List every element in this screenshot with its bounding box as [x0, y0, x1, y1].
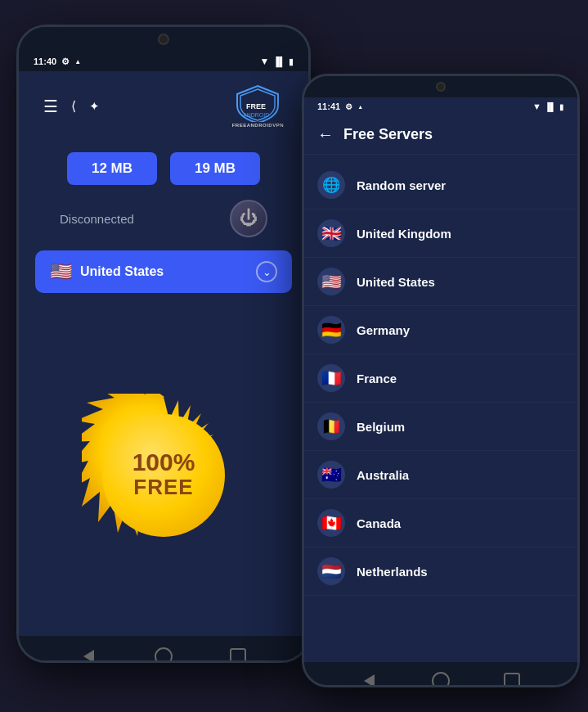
right-status-bar: 11:41 ⚙ ▲ ▼ ▐▌ ▮ [304, 97, 577, 115]
server-name: Belgium [357, 420, 405, 434]
disconnect-text: Disconnected [60, 212, 134, 226]
server-name: United Kingdom [357, 227, 451, 241]
server-list-item[interactable]: 🇩🇪 Germany [304, 306, 577, 354]
server-list-header: ← Free Servers [304, 115, 577, 155]
server-name: Canada [357, 516, 401, 530]
country-selector[interactable]: 🇺🇸 United States ⌄ [35, 250, 292, 293]
badge-100: 100% [132, 450, 195, 475]
badge-free: FREE [133, 475, 193, 500]
server-list-item[interactable]: 🇧🇪 Belgium [304, 403, 577, 451]
right-settings-icon: ⚙ [345, 102, 352, 111]
back-button[interactable]: ← [317, 125, 334, 144]
flag-icon: 🇬🇧 [317, 219, 345, 247]
chevron-down-icon[interactable]: ⌄ [256, 261, 277, 282]
right-time-display: 11:41 [317, 101, 340, 111]
right-phone: 11:41 ⚙ ▲ ▼ ▐▌ ▮ ← Free Servers 🌐 Random… [302, 74, 580, 687]
right-back-icon [364, 674, 375, 687]
svg-text:FREE: FREE [246, 102, 266, 110]
status-time: 11:40 ⚙ ▲ [34, 56, 81, 67]
home-circle-icon [155, 647, 173, 663]
left-status-bar: 11:40 ⚙ ▲ ▼ ▐▌ ▮ [19, 52, 308, 71]
right-home-icon [432, 672, 450, 687]
toolbar-left-icons: ☰ ⟨ ✦ [43, 97, 100, 116]
brand-name: FREEANDROIDVPN [232, 123, 284, 128]
server-list-title: Free Servers [343, 126, 433, 143]
settings-icon: ⚙ [61, 56, 70, 67]
server-list: 🌐 Random server 🇬🇧 United Kingdom 🇺🇸 Uni… [304, 155, 577, 662]
connection-status-row: Disconnected ⏻ [35, 193, 292, 250]
server-name: Netherlands [357, 565, 428, 579]
wifi-icon: ▼ [260, 56, 270, 67]
right-signal-icon: ▐▌ [545, 102, 556, 111]
left-notch [19, 27, 308, 52]
right-back-nav-button[interactable] [359, 670, 380, 687]
right-recent-icon [504, 673, 520, 687]
server-list-item[interactable]: 🇦🇺 Australia [304, 451, 577, 499]
upload-value: 19 MB [195, 160, 236, 176]
time-display: 11:40 [34, 56, 56, 66]
star-icon[interactable]: ✦ [89, 99, 100, 114]
server-list-item[interactable]: 🇫🇷 France [304, 354, 577, 403]
right-dot-indicator: ▲ [357, 104, 363, 110]
signal-icon: ▐▌ [272, 56, 285, 66]
server-name: Australia [357, 468, 409, 482]
flag-icon: 🇨🇦 [317, 509, 345, 537]
server-name: United States [357, 275, 435, 289]
sun-inner: 100% FREE [102, 414, 225, 537]
flag-icon: 🇩🇪 [317, 316, 345, 344]
right-home-nav-button[interactable] [430, 670, 451, 687]
recent-nav-button[interactable] [227, 646, 249, 663]
back-nav-button[interactable] [79, 646, 100, 663]
upload-badge: 19 MB [170, 152, 260, 185]
right-app-screen: ← Free Servers 🌐 Random server 🇬🇧 United… [304, 115, 577, 662]
home-nav-button[interactable] [153, 646, 174, 663]
power-button[interactable]: ⏻ [230, 200, 267, 237]
logo-area: FREE ANDROID FREEANDROIDVPN [232, 84, 284, 128]
left-app-screen: ☰ ⟨ ✦ FREE ANDROID FREEANDROIDVPN [19, 71, 308, 636]
country-left: 🇺🇸 United States [50, 261, 164, 282]
flag-icon: 🇫🇷 [317, 364, 345, 392]
dot-indicator: ▲ [74, 58, 81, 65]
flag-icon: 🇳🇱 [317, 557, 345, 585]
camera [158, 34, 169, 45]
right-status-icons: ▼ ▐▌ ▮ [532, 101, 564, 111]
right-battery-icon: ▮ [559, 102, 564, 111]
menu-icon[interactable]: ☰ [43, 97, 58, 116]
download-value: 12 MB [92, 160, 132, 176]
right-camera [436, 82, 446, 92]
right-notch [304, 76, 577, 97]
right-home-bar [304, 662, 577, 687]
server-list-item[interactable]: 🇨🇦 Canada [304, 499, 577, 548]
right-recent-nav-button[interactable] [501, 670, 523, 687]
logo-text: FREEANDROIDVPN [232, 122, 284, 128]
free-badge-container: 100% FREE [82, 314, 245, 636]
server-name: Random server [357, 178, 446, 192]
free-badge: 100% FREE [82, 394, 245, 557]
recent-square-icon [230, 648, 246, 663]
phone-container: 11:40 ⚙ ▲ ▼ ▐▌ ▮ ☰ ⟨ ✦ [0, 0, 588, 712]
logo-shield: FREE ANDROID [234, 84, 281, 122]
left-home-bar [19, 636, 308, 663]
server-name: France [357, 372, 397, 385]
svg-text:ANDROID: ANDROID [243, 112, 269, 118]
share-icon[interactable]: ⟨ [71, 98, 76, 114]
app-toolbar: ☰ ⟨ ✦ FREE ANDROID FREEANDROIDVPN [35, 71, 292, 136]
battery-icon: ▮ [289, 56, 294, 67]
download-badge: 12 MB [67, 152, 157, 185]
server-list-item[interactable]: 🌐 Random server [304, 161, 577, 210]
data-stats-row: 12 MB 19 MB [35, 152, 292, 185]
flag-icon: 🇧🇪 [317, 412, 345, 440]
flag-icon: 🇺🇸 [317, 268, 345, 295]
left-phone: 11:40 ⚙ ▲ ▼ ▐▌ ▮ ☰ ⟨ ✦ [16, 25, 311, 663]
back-triangle-icon [83, 650, 94, 663]
globe-icon: 🌐 [317, 171, 345, 199]
country-name-label: United States [80, 264, 164, 279]
server-list-item[interactable]: 🇬🇧 United Kingdom [304, 210, 577, 258]
right-status-time: 11:41 ⚙ ▲ [317, 101, 363, 111]
power-icon: ⏻ [240, 208, 258, 229]
flag-icon: 🇦🇺 [317, 461, 345, 489]
server-list-item[interactable]: 🇳🇱 Netherlands [304, 548, 577, 596]
status-icons: ▼ ▐▌ ▮ [260, 56, 294, 67]
server-name: Germany [357, 323, 410, 337]
server-list-item[interactable]: 🇺🇸 United States [304, 258, 577, 306]
